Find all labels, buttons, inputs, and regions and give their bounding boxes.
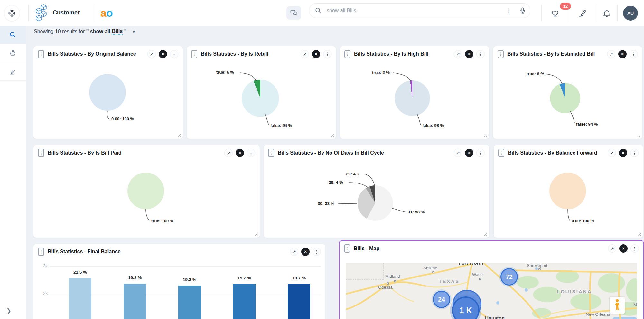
close-icon[interactable]: ✕ xyxy=(312,50,320,58)
open-in-new-icon[interactable]: ↗ xyxy=(607,50,615,58)
resize-handle[interactable] xyxy=(254,232,258,236)
open-in-new-icon[interactable]: ↗ xyxy=(454,149,462,157)
drag-handle-icon[interactable]: ⋮ xyxy=(268,149,274,157)
close-icon[interactable]: ✕ xyxy=(619,149,627,157)
resize-handle[interactable] xyxy=(637,133,640,137)
open-in-new-icon[interactable]: ↗ xyxy=(224,149,233,157)
pie-label: 0.00: 100 % xyxy=(111,117,134,121)
map-cluster-72[interactable]: 72 xyxy=(500,268,518,286)
sidebar-item-annotate[interactable] xyxy=(0,62,26,81)
pie-label: 28: 4 % xyxy=(329,180,343,185)
kebab-menu-icon[interactable]: ⋮ xyxy=(323,50,331,58)
map-background xyxy=(346,263,637,319)
pie-chart xyxy=(549,173,586,209)
kebab-menu-icon[interactable]: ⋮ xyxy=(247,149,255,157)
map-label-texas: TEXAS xyxy=(439,278,460,284)
gridline xyxy=(50,266,321,267)
map-label-midland: Midland xyxy=(385,274,400,279)
app-launcher-button[interactable] xyxy=(4,5,20,21)
divider xyxy=(596,5,596,21)
bar xyxy=(288,284,310,319)
avatar[interactable]: AU xyxy=(623,6,638,21)
search-bar[interactable]: ⋮ xyxy=(309,3,530,18)
open-in-new-icon[interactable]: ↗ xyxy=(608,149,616,157)
card-header: ⋮ Bills Statistics - By Is Bill Paid ↗ ✕… xyxy=(33,145,260,161)
open-in-new-icon[interactable]: ↗ xyxy=(301,50,309,58)
card-title: Bills Statistics - By Original Balance xyxy=(48,51,136,57)
stopwatch-icon xyxy=(9,49,17,57)
resize-handle[interactable] xyxy=(483,232,487,236)
bar xyxy=(233,284,256,319)
drag-handle-icon[interactable]: ⋮ xyxy=(498,149,504,157)
kebab-menu-icon[interactable]: ⋮ xyxy=(630,149,639,157)
results-dropdown-caret[interactable]: ▼ xyxy=(132,29,136,34)
sidebar: ❯ xyxy=(0,26,26,319)
resize-handle[interactable] xyxy=(330,133,334,137)
results-query-entity[interactable]: Bills xyxy=(112,28,123,35)
card-title: Bills Statistics - By Is Rebill xyxy=(201,51,268,57)
resize-handle[interactable] xyxy=(177,133,181,137)
close-icon[interactable]: ✕ xyxy=(618,50,627,58)
sidebar-expand-chevron[interactable]: ❯ xyxy=(6,307,11,314)
drag-handle-icon[interactable]: ⋮ xyxy=(191,50,197,58)
notifications-bell-icon[interactable] xyxy=(602,9,611,18)
microphone-icon[interactable] xyxy=(519,7,526,14)
map-label-abilene: Abilene xyxy=(423,266,437,270)
open-in-new-icon[interactable]: ↗ xyxy=(608,244,616,253)
divider xyxy=(28,5,29,21)
map-label-shreveport: Shreveport xyxy=(527,263,547,268)
card-title: Bills Statistics - By Is Estimated Bill xyxy=(507,51,595,57)
close-icon[interactable]: ✕ xyxy=(236,149,244,157)
map-city-dot xyxy=(387,282,389,285)
drag-handle-icon[interactable]: ⋮ xyxy=(38,149,44,157)
sidebar-item-search[interactable] xyxy=(0,26,26,44)
map[interactable]: Fort Worth Abilene Midland Odessa Waco T… xyxy=(346,263,637,319)
sidebar-item-history[interactable] xyxy=(0,44,26,62)
search-options-icon[interactable]: ⋮ xyxy=(506,7,511,14)
y-axis-tick: 3k xyxy=(37,263,48,268)
card-by-is-bill-paid: ⋮ Bills Statistics - By Is Bill Paid ↗ ✕… xyxy=(33,145,260,238)
kebab-menu-icon[interactable]: ⋮ xyxy=(476,50,485,58)
open-in-new-icon[interactable]: ↗ xyxy=(454,50,462,58)
map-cluster-24[interactable]: 24 xyxy=(433,291,450,308)
open-in-new-icon[interactable]: ↗ xyxy=(147,50,156,58)
divider xyxy=(541,5,542,21)
card-by-original-balance: ⋮ Bills Statistics - By Original Balance… xyxy=(33,46,183,139)
kebab-menu-icon[interactable]: ⋮ xyxy=(170,50,178,58)
card-header: ⋮ Bills Statistics - By Balance Forward … xyxy=(494,145,643,161)
close-icon[interactable]: ✕ xyxy=(465,50,473,58)
card-final-balance: ⋮ Bills Statistics - Final Balance ↗ ✕ ⋮… xyxy=(33,244,326,319)
close-icon[interactable]: ✕ xyxy=(159,50,167,58)
resize-handle[interactable] xyxy=(637,232,641,236)
pegman-icon xyxy=(614,299,621,311)
kebab-menu-icon[interactable]: ⋮ xyxy=(476,149,485,157)
pie-label: 0.00: 100 % xyxy=(572,219,594,223)
pie-label: false: 94 % xyxy=(576,122,598,127)
card-by-days-in-bill-cycle: ⋮ Bills Statistics - By No Of Days In Bi… xyxy=(263,145,490,238)
card-title: Bills Statistics - By Is High Bill xyxy=(354,51,428,57)
drag-handle-icon[interactable]: ⋮ xyxy=(344,244,350,253)
close-icon[interactable]: ✕ xyxy=(465,149,473,157)
signature-pen-icon[interactable] xyxy=(578,9,587,18)
card-header: ⋮ Bills Statistics - By Is High Bill ↗ ✕… xyxy=(340,46,489,62)
resize-handle[interactable] xyxy=(483,133,487,137)
divider xyxy=(569,5,569,21)
conversations-button[interactable] xyxy=(286,6,301,20)
favorites-heart-icon[interactable] xyxy=(552,9,560,17)
close-icon[interactable]: ✕ xyxy=(619,244,628,253)
map-city-dot xyxy=(538,268,541,270)
pie-label: true: 6 % xyxy=(216,70,234,75)
drag-handle-icon[interactable]: ⋮ xyxy=(38,50,44,58)
results-bar: Showing 10 results for " show all Bills … xyxy=(34,28,136,35)
drag-handle-icon[interactable]: ⋮ xyxy=(344,50,350,58)
kebab-menu-icon[interactable]: ⋮ xyxy=(630,50,638,58)
map-city-dot xyxy=(479,278,481,280)
card-by-is-high-bill: ⋮ Bills Statistics - By Is High Bill ↗ ✕… xyxy=(340,46,490,139)
bar-value-label: 19.7 % xyxy=(219,276,270,280)
card-header: ⋮ Bills Statistics - By No Of Days In Bi… xyxy=(264,145,489,161)
results-query-prefix: " show all xyxy=(86,29,110,34)
kebab-menu-icon[interactable]: ⋮ xyxy=(630,244,639,253)
drag-handle-icon[interactable]: ⋮ xyxy=(498,50,504,58)
search-input[interactable] xyxy=(326,7,506,14)
street-view-pegman[interactable] xyxy=(610,297,625,314)
